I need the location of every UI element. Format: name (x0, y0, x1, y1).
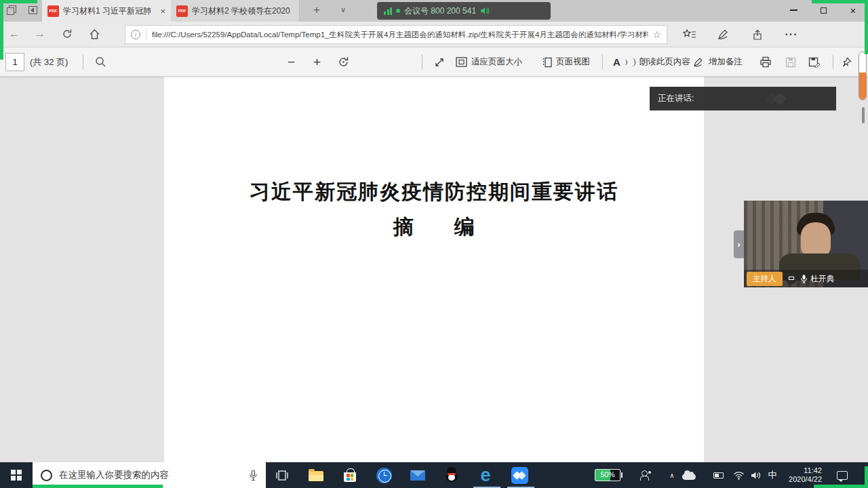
page-count-label: (共 32 页) (30, 47, 68, 77)
battery-level-indicator[interactable]: 50% (591, 462, 624, 488)
fit-page-icon (456, 57, 467, 67)
pdf-file-icon: PDF (176, 5, 188, 17)
add-note-button[interactable]: 增加备注 (693, 47, 743, 77)
page-view-label: 页面视图 (556, 56, 590, 68)
notification-bubble-icon (837, 471, 848, 480)
rotate-button[interactable] (338, 47, 349, 77)
host-role-badge: 主持人 (747, 272, 783, 286)
mail-button[interactable] (403, 462, 433, 488)
close-icon: × (850, 5, 856, 16)
participant-name: 杜开典 (811, 274, 835, 284)
minimize-button[interactable] (778, 0, 808, 20)
video-panel-expand-tab[interactable]: › (734, 230, 744, 258)
page-number-input[interactable]: 1 (5, 53, 24, 71)
set-tabs-aside-icon[interactable] (27, 5, 39, 16)
windows-logo-icon (11, 470, 22, 481)
share-border-right-bottom (865, 466, 868, 488)
tab-list-dropdown-icon[interactable]: ∨ (340, 5, 346, 14)
volume-tray-button[interactable] (747, 462, 765, 488)
save-button[interactable] (785, 47, 796, 77)
zoom-out-button[interactable]: − (288, 47, 295, 77)
clock-time: 11:42 (804, 466, 822, 475)
toolbar-divider (422, 54, 422, 69)
people-button[interactable] (636, 462, 655, 488)
add-favorite-star-icon[interactable]: ☆ (652, 29, 661, 40)
ime-indicator[interactable]: 中 (764, 462, 781, 488)
store-bag-icon (344, 472, 356, 482)
share-border-bottom-right (814, 485, 868, 488)
microphone-icon (800, 274, 808, 283)
read-aloud-button[interactable]: A 朗读此页内容 (613, 47, 690, 77)
scrollbar-thumb[interactable] (862, 107, 865, 123)
find-in-document-button[interactable] (95, 47, 106, 77)
save-icon (785, 57, 796, 68)
refresh-icon (62, 28, 73, 39)
share-border-top-right (812, 0, 868, 3)
signal-strength-icon (384, 7, 392, 15)
task-view-icon (275, 470, 289, 481)
fullscreen-button[interactable] (434, 47, 445, 77)
home-button[interactable] (87, 28, 102, 43)
zoom-in-icon: + (313, 55, 321, 70)
onedrive-tray-button[interactable] (679, 462, 698, 488)
cortana-icon (41, 470, 52, 481)
screen-share-status-icon (786, 273, 797, 284)
microsoft-store-button[interactable] (335, 462, 365, 488)
tab-learning-material-1[interactable]: PDF 学习材料1 习近平新冠肺 × (42, 0, 171, 22)
home-icon (89, 28, 100, 40)
minimize-icon (790, 9, 797, 10)
new-tab-button[interactable]: + (313, 3, 320, 17)
refresh-button[interactable] (60, 28, 75, 42)
share-border-top-left (0, 0, 37, 3)
meeting-number-pill[interactable]: 会议号 800 200 541 (377, 2, 551, 20)
participant-name-bar: 主持人 杜开典 (744, 270, 868, 287)
participant-video-tile[interactable]: 主持人 杜开典 (744, 201, 868, 287)
tab-preview-icon[interactable] (7, 5, 19, 16)
read-aloud-icon: A (613, 56, 620, 68)
back-button[interactable]: ← (7, 28, 22, 40)
mail-envelope-icon (410, 470, 425, 481)
share-button[interactable] (747, 27, 768, 42)
web-note-button[interactable] (713, 27, 734, 42)
page-info-icon[interactable]: i (131, 30, 140, 39)
address-bar-input[interactable]: i file:///C:/Users/52259/AppData/Local/T… (125, 25, 667, 44)
file-explorer-button[interactable] (301, 462, 331, 488)
pdf-file-icon: PDF (47, 5, 59, 17)
alarms-clock-button[interactable] (369, 462, 399, 488)
page-view-button[interactable]: 页面视图 (542, 47, 590, 77)
pdf-toolbar: 1 (共 32 页) − + 适应页面大小 页面视图 (0, 47, 868, 77)
add-note-label: 增加备注 (709, 56, 743, 68)
scrollbar-indicator[interactable] (859, 52, 867, 100)
share-border-right-top (865, 0, 868, 54)
print-button[interactable] (760, 47, 772, 77)
forward-button[interactable]: → (33, 28, 47, 40)
tencent-meeting-button[interactable] (505, 462, 534, 488)
wifi-icon (733, 471, 745, 480)
participant-silhouette-face (801, 222, 831, 258)
save-as-button[interactable] (808, 47, 821, 77)
print-icon (760, 56, 772, 68)
power-tray-button[interactable] (709, 462, 727, 488)
tab-learning-material-2[interactable]: PDF 学习材料2 学校领导在2020 (171, 0, 300, 22)
search-mic-icon[interactable] (249, 470, 258, 481)
more-options-button[interactable]: ··· (781, 27, 802, 42)
edge-button[interactable]: e (471, 462, 500, 488)
pin-icon (841, 56, 852, 68)
favorites-hub-button[interactable] (679, 27, 700, 42)
fit-page-button[interactable]: 适应页面大小 (456, 47, 522, 77)
zoom-in-button[interactable]: + (313, 47, 321, 77)
save-as-icon (808, 57, 821, 68)
tab-title: 学习材料1 习近平新冠肺 (63, 5, 156, 17)
meeting-logo-watermark-icon (762, 92, 802, 106)
qq-button[interactable] (437, 462, 467, 488)
fit-page-label: 适应页面大小 (471, 56, 522, 68)
network-tray-button[interactable] (730, 462, 747, 488)
set-tabs-aside-arrow (31, 7, 34, 13)
tab-close-icon[interactable]: × (160, 6, 165, 16)
pin-toolbar-button[interactable] (841, 47, 852, 77)
start-button[interactable] (0, 462, 33, 488)
show-hidden-icons-button[interactable]: ∧ (665, 462, 679, 488)
task-view-button[interactable] (267, 462, 297, 488)
document-title-line-1: 习近平新冠肺炎疫情防控期间重要讲话 (164, 178, 704, 206)
meeting-number-label: 会议号 800 200 541 (404, 5, 476, 17)
